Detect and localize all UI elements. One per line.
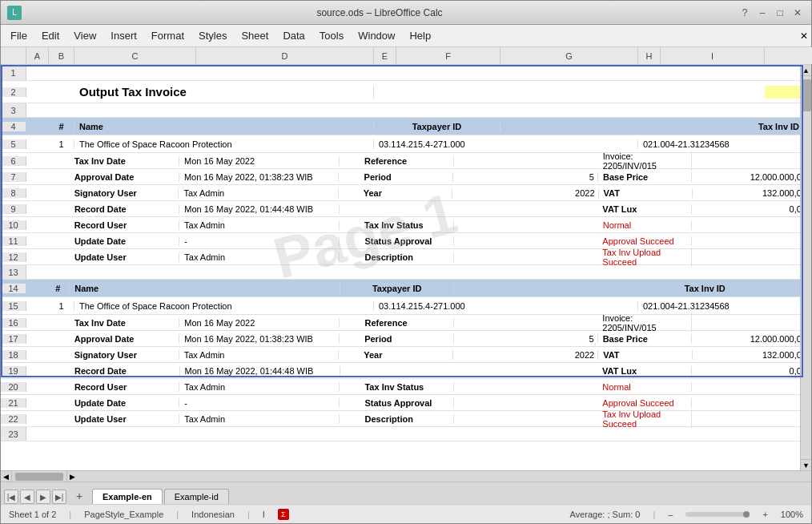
- cell-d22[interactable]: Tax Admin: [179, 414, 340, 424]
- menu-styles[interactable]: Styles: [192, 27, 233, 44]
- cell-f17[interactable]: Period: [360, 334, 454, 344]
- cell-i17[interactable]: Base Price: [598, 334, 693, 344]
- cell-d19[interactable]: Mon 16 May 2022, 01:44:48 WIB: [180, 366, 340, 376]
- cell-cd5[interactable]: The Office of Space Racoon Protection: [74, 139, 374, 149]
- cell-d7[interactable]: Mon 16 May 2022, 01:38:23 WIB: [179, 172, 340, 182]
- cell-i22[interactable]: Tax Inv Upload Succeed: [597, 409, 692, 429]
- cell-j7[interactable]: 12.000.000,00: [692, 172, 811, 182]
- col-header-b[interactable]: B: [49, 47, 74, 64]
- menu-tools[interactable]: Tools: [313, 27, 350, 44]
- cell-cd4-name[interactable]: Name: [74, 122, 374, 131]
- cell-j15[interactable]: 021.004-21.31234568: [638, 301, 770, 311]
- cell-j18[interactable]: 132.000,00: [693, 350, 811, 360]
- cell-d11[interactable]: -: [179, 236, 340, 246]
- cell-f18[interactable]: Year: [359, 350, 452, 360]
- cell-i12[interactable]: Tax Inv Upload Succeed: [597, 248, 692, 267]
- scroll-thumb[interactable]: [802, 79, 811, 111]
- col-header-e[interactable]: E: [374, 47, 396, 64]
- tab-example-id[interactable]: Example-id: [164, 489, 229, 504]
- cell-c21[interactable]: Update Date: [70, 398, 179, 408]
- scroll-down-btn[interactable]: ▼: [801, 459, 812, 470]
- col-header-a[interactable]: A: [26, 47, 49, 64]
- cell-f7[interactable]: Period: [360, 172, 453, 182]
- menu-file[interactable]: File: [4, 27, 34, 44]
- cell-i16[interactable]: Invoice: 2205/INV/015: [597, 313, 692, 333]
- col-header-g[interactable]: G: [500, 47, 638, 64]
- zoom-in-btn[interactable]: +: [762, 510, 767, 519]
- cell-d12[interactable]: Tax Admin: [179, 252, 340, 262]
- cell-d9[interactable]: Mon 16 May 2022, 01:44:48 WIB: [179, 204, 340, 214]
- cell-f20[interactable]: Tax Inv Status: [360, 382, 454, 392]
- menu-help[interactable]: Help: [403, 27, 437, 44]
- cell-d20[interactable]: Tax Admin: [179, 382, 340, 392]
- cell-c6[interactable]: Tax Inv Date: [70, 156, 179, 166]
- tab-example-en[interactable]: Example-en: [92, 489, 163, 504]
- cell-b15[interactable]: 1: [49, 301, 74, 311]
- cell-f16[interactable]: Reference: [360, 318, 454, 328]
- cell-c10[interactable]: Record User: [70, 220, 179, 230]
- cell-c19[interactable]: Record Date: [70, 366, 180, 376]
- cell-j9[interactable]: 0,00: [692, 204, 811, 214]
- cell-d6[interactable]: Mon 16 May 2022: [179, 156, 340, 166]
- cell-c18[interactable]: Signatory User: [70, 350, 179, 360]
- cell-j19[interactable]: 0,00: [692, 366, 811, 376]
- extension-close[interactable]: ✕: [800, 30, 808, 42]
- cell-b4[interactable]: #: [49, 122, 74, 131]
- cell-ij4[interactable]: Tax Inv ID: [661, 122, 811, 131]
- cell-i8[interactable]: VAT: [599, 188, 693, 198]
- cell-c22[interactable]: Update User: [70, 414, 179, 424]
- cell-f10[interactable]: Tax Inv Status: [360, 220, 454, 230]
- tab-last-btn[interactable]: ▶|: [52, 490, 66, 504]
- menu-edit[interactable]: Edit: [35, 27, 66, 44]
- cell-c11[interactable]: Update Date: [70, 236, 179, 246]
- menu-window[interactable]: Window: [352, 27, 401, 44]
- cell-f21[interactable]: Status Approval: [360, 398, 454, 408]
- cell-i18[interactable]: VAT: [598, 350, 692, 360]
- scroll-right-btn[interactable]: ▶: [66, 471, 78, 482]
- zoom-slider[interactable]: [685, 512, 750, 517]
- menu-view[interactable]: View: [67, 27, 103, 44]
- cell-d17[interactable]: Mon 16 May 2022, 01:38:23 WIB: [179, 334, 340, 344]
- scroll-h-thumb[interactable]: [15, 473, 63, 481]
- cell-h7[interactable]: 5: [577, 172, 598, 182]
- help-icon[interactable]: ?: [738, 6, 752, 20]
- cell-i9[interactable]: VAT Lux: [597, 204, 692, 214]
- cell-fg14[interactable]: Taxpayer ID: [340, 284, 454, 293]
- cell-d18[interactable]: Tax Admin: [179, 350, 339, 360]
- close-button[interactable]: ✕: [790, 6, 805, 20]
- cell-c9[interactable]: Record Date: [70, 204, 179, 214]
- menu-sheet[interactable]: Sheet: [235, 27, 275, 44]
- menu-insert[interactable]: Insert: [104, 27, 143, 44]
- cell-c7[interactable]: Approval Date: [70, 172, 179, 182]
- cell-h18[interactable]: 2022: [576, 350, 598, 360]
- cell-fg5[interactable]: 03.114.215.4-271.000: [374, 139, 638, 149]
- menu-format[interactable]: Format: [145, 27, 191, 44]
- cell-f8[interactable]: Year: [359, 188, 452, 198]
- tab-first-btn[interactable]: |◀: [4, 490, 18, 504]
- scrollbar-vertical[interactable]: ▲ ▼: [800, 65, 811, 470]
- minimize-button[interactable]: –: [755, 6, 770, 20]
- cell-i20[interactable]: Normal: [597, 382, 692, 392]
- scroll-up-btn[interactable]: ▲: [801, 65, 812, 76]
- cell-b14[interactable]: #: [46, 284, 70, 293]
- scroll-left-btn[interactable]: ◀: [1, 471, 12, 482]
- cell-i21[interactable]: Approval Succeed: [597, 398, 692, 408]
- col-header-f[interactable]: F: [396, 47, 500, 64]
- cell-h17[interactable]: 5: [577, 334, 598, 344]
- cell-i10[interactable]: Normal: [598, 220, 693, 230]
- col-header-d[interactable]: D: [196, 47, 374, 64]
- cell-d16[interactable]: Mon 16 May 2022: [179, 318, 340, 328]
- menu-data[interactable]: Data: [276, 27, 311, 44]
- cell-d8[interactable]: Tax Admin: [179, 188, 338, 198]
- new-sheet-btn[interactable]: +: [71, 488, 87, 504]
- tab-prev-btn[interactable]: ◀: [20, 490, 34, 504]
- cell-f6[interactable]: Reference: [360, 156, 454, 166]
- cell-b5[interactable]: 1: [49, 139, 74, 149]
- col-header-j[interactable]: J: [765, 47, 812, 64]
- col-header-i[interactable]: I: [661, 47, 765, 64]
- cell-c16[interactable]: Tax Inv Date: [70, 318, 179, 328]
- cell-c2-title[interactable]: Output Tax Invoice: [74, 85, 374, 99]
- cell-i7[interactable]: Base Price: [598, 172, 692, 182]
- restore-button[interactable]: □: [773, 6, 787, 20]
- cell-d10[interactable]: Tax Admin: [179, 220, 340, 230]
